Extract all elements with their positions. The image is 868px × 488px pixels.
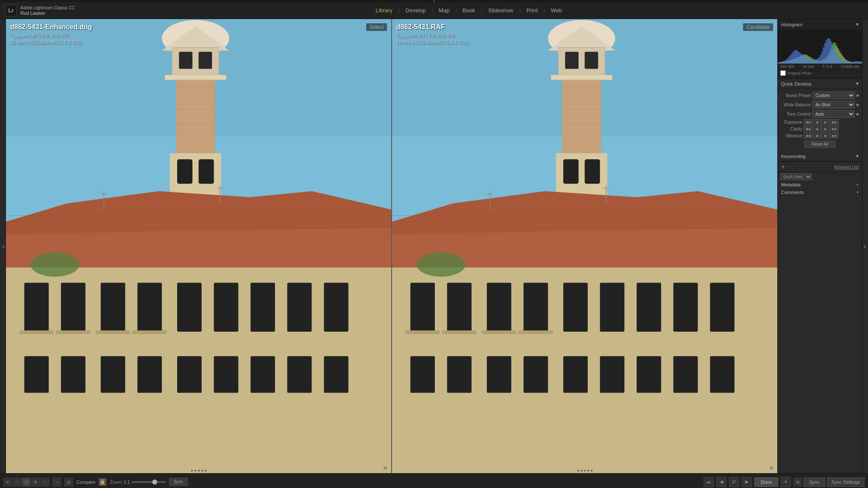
svg-rect-33 xyxy=(177,283,202,332)
keywording-header[interactable]: Keywording ▾ xyxy=(778,151,862,161)
loupe-view-button[interactable]: □ xyxy=(13,478,21,486)
nav-library[interactable]: Library xyxy=(371,6,397,15)
comments-row: Comments ▾ xyxy=(778,189,862,196)
exposure-dbl-increase[interactable]: ▶▶ xyxy=(830,119,839,125)
tone-control-arrow[interactable]: ▶ xyxy=(857,112,860,116)
svg-rect-84 xyxy=(392,268,777,474)
saved-preset-select[interactable]: Custom xyxy=(812,92,855,99)
nav-web[interactable]: Web xyxy=(547,6,567,15)
select-photo[interactable]: d862-5431-Enhanced.dng 1/1600 sec at f /… xyxy=(6,19,391,473)
svg-rect-38 xyxy=(19,330,54,334)
grid-view-button[interactable]: ⊞ xyxy=(3,478,12,486)
svg-rect-93 xyxy=(710,283,734,332)
right-panel-close[interactable]: ✕ xyxy=(769,465,774,471)
reset-all-button[interactable]: Reset All xyxy=(804,141,835,148)
survey-view-button[interactable]: ⊠ xyxy=(31,478,40,486)
nav-slideshow[interactable]: Slideshow xyxy=(484,6,517,15)
vibrance-row: Vibrance ◀◀ ◀ ▶ ▶▶ xyxy=(778,132,862,139)
clarity-increase[interactable]: ▶ xyxy=(821,126,830,132)
exposure-decrease[interactable]: ◀ xyxy=(812,119,821,125)
nav-next[interactable]: ▶ xyxy=(742,477,752,487)
vibrance-increase[interactable]: ▶ xyxy=(821,133,830,139)
svg-rect-62 xyxy=(585,52,598,69)
zoom-slider[interactable] xyxy=(132,481,166,483)
exposure-increase[interactable]: ▶ xyxy=(821,119,830,125)
clarity-dbl-increase[interactable]: ▶▶ xyxy=(830,126,839,132)
quick-desc-select[interactable]: Quick Desc. xyxy=(780,173,812,180)
saved-preset-arrow[interactable]: ▶ xyxy=(857,93,860,97)
exposure-buttons: ◀◀ ◀ ▶ ▶▶ xyxy=(804,119,839,125)
comments-arrow[interactable]: ▾ xyxy=(857,190,859,194)
swap-button[interactable]: ⇄ xyxy=(729,477,739,487)
svg-rect-17 xyxy=(170,153,221,214)
exposure-label: Exposure xyxy=(780,120,802,125)
svg-rect-41 xyxy=(133,330,167,334)
add-keyword-button[interactable]: + xyxy=(781,164,785,170)
quick-develop-title: Quick Develop xyxy=(781,81,812,86)
nav-prev[interactable]: ◀ xyxy=(716,477,726,487)
svg-rect-4 xyxy=(172,47,219,75)
svg-rect-34 xyxy=(214,283,239,332)
vibrance-dbl-decrease[interactable]: ◀◀ xyxy=(804,133,812,139)
lock-button[interactable]: 🔒 xyxy=(99,478,106,486)
left-filmstrip-icon[interactable]: ◁ xyxy=(53,478,61,486)
clarity-decrease[interactable]: ◀ xyxy=(812,126,821,132)
svg-rect-46 xyxy=(177,356,202,393)
svg-rect-44 xyxy=(101,356,125,393)
quick-develop-header[interactable]: Quick Develop ▾ xyxy=(778,79,862,89)
white-balance-select[interactable]: As Shot xyxy=(812,101,855,108)
exposure-row: Exposure ◀◀ ◀ ▶ ▶▶ xyxy=(778,119,862,125)
bottom-right-controls: ⏮ ◀ ⇄ ▶ Done ▾ ▤ Sync Sync Settings xyxy=(704,477,865,487)
bottom-left-panel[interactable]: ▤ xyxy=(793,478,802,486)
vibrance-dbl-increase[interactable]: ▶▶ xyxy=(830,133,839,139)
nav-prev-prev[interactable]: ⏮ xyxy=(704,477,714,487)
compare-view-button[interactable]: ⊟ xyxy=(22,478,31,486)
svg-rect-7 xyxy=(165,75,226,80)
compare-images: d862-5431-Enhanced.dng 1/1600 sec at f /… xyxy=(6,19,777,473)
histogram-header[interactable]: Histogram ▾ xyxy=(778,19,862,30)
people-view-button[interactable]: ☺ xyxy=(41,478,49,486)
svg-rect-50 xyxy=(324,356,348,393)
right-scroll-indicator xyxy=(577,470,593,471)
tone-control-label: Tone Control xyxy=(780,112,811,116)
svg-marker-3 xyxy=(162,26,229,51)
svg-rect-28 xyxy=(6,268,391,474)
svg-rect-40 xyxy=(96,330,130,334)
nav-print[interactable]: Print xyxy=(522,6,542,15)
filmstrip-icon[interactable]: ▤ xyxy=(64,478,73,486)
vibrance-label: Vibrance xyxy=(780,133,802,138)
metadata-row: Metadata ▾ xyxy=(778,181,862,189)
vibrance-decrease[interactable]: ◀ xyxy=(812,133,821,139)
nav-book[interactable]: Book xyxy=(459,6,480,15)
tone-control-select[interactable]: Auto xyxy=(812,110,855,118)
candidate-photo[interactable]: d862-5431.RAF 1/1600 sec at f / 5.6, ISO… xyxy=(392,19,777,473)
svg-rect-29 xyxy=(24,283,49,332)
sync-button[interactable]: Sync xyxy=(169,478,188,486)
svg-rect-105 xyxy=(673,356,698,393)
original-photo-checkbox[interactable] xyxy=(780,70,786,76)
nav-map[interactable]: Map xyxy=(434,6,453,15)
exposure-dbl-decrease[interactable]: ◀◀ xyxy=(804,119,812,125)
nav-develop[interactable]: Develop xyxy=(401,6,430,15)
white-balance-arrow[interactable]: ▶ xyxy=(857,103,860,107)
sync-bottom-button[interactable]: Sync xyxy=(804,477,825,487)
histogram-graph xyxy=(778,30,862,64)
zoom-thumb[interactable] xyxy=(152,480,157,485)
svg-rect-74 xyxy=(563,159,579,184)
histogram-section: Histogram ▾ ISO 400 16 mm f / 5.6 1/1600… xyxy=(778,19,862,79)
right-meta-shutter: 1/1600 sec at f / 5.6, ISO 400 xyxy=(396,32,468,39)
right-panel-toggle[interactable]: ▶ xyxy=(862,19,868,473)
clarity-dbl-decrease[interactable]: ◀◀ xyxy=(804,126,812,132)
left-panel-close[interactable]: ✕ xyxy=(383,465,388,471)
svg-rect-103 xyxy=(600,356,625,393)
metadata-arrow[interactable]: ▾ xyxy=(857,183,859,187)
sync-settings-button[interactable]: Sync Settings xyxy=(827,477,865,487)
done-button[interactable]: Done xyxy=(754,477,778,487)
svg-rect-89 xyxy=(563,283,588,332)
keyword-list-link[interactable]: Keyword List xyxy=(835,165,859,169)
select-panel: d862-5431-Enhanced.dng 1/1600 sec at f /… xyxy=(6,19,392,473)
nav-extra[interactable]: ▾ xyxy=(781,477,791,487)
svg-rect-30 xyxy=(61,283,86,332)
app-info: Adobe Lightroom Classic CC Rod Lawton xyxy=(20,6,75,16)
left-panel-toggle[interactable]: ◀ xyxy=(0,19,6,473)
